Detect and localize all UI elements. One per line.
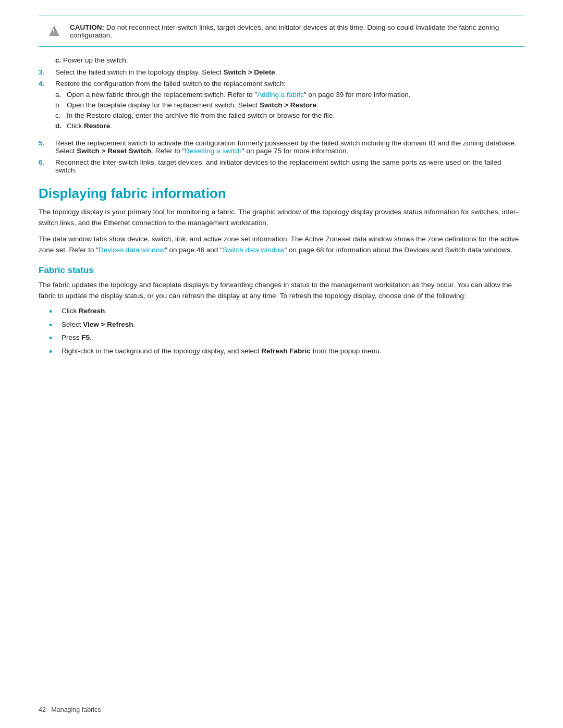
step-3-num: 3. <box>39 68 55 76</box>
para-2: The data window tabs show device, switch… <box>39 234 524 256</box>
bullet-1-text: Click Refresh. <box>62 307 107 315</box>
step-4a-label: a. <box>55 91 67 98</box>
caution-body: Do not reconnect inter-switch links, tar… <box>70 23 499 39</box>
caution-icon-area: ! <box>39 23 70 35</box>
resetting-switch-link[interactable]: Resetting a switch <box>185 147 242 155</box>
caution-triangle-icon: ! <box>49 26 59 36</box>
footer-page-num: 42 Managing fabrics <box>39 706 101 713</box>
step-5-content: Reset the replacement switch to activate… <box>55 139 524 155</box>
step-4-num: 4. <box>39 80 55 88</box>
caution-box: ! CAUTION: Do not reconnect inter-switch… <box>39 16 524 47</box>
adding-fabric-link[interactable]: Adding a fabric <box>257 91 304 98</box>
step-4a: a. Open a new fabric through the replace… <box>55 91 410 98</box>
step-4d: d. Click Restore. <box>55 122 410 130</box>
step-4-content: Restore the configuration from the faile… <box>55 80 286 88</box>
bullet-dot-4: • <box>49 347 58 357</box>
bullet-3: • Press F5. <box>49 334 524 344</box>
subsection-title-fabric-status: Fabric status <box>39 265 524 276</box>
bullet-3-text: Press F5. <box>62 334 92 341</box>
footer: 42 Managing fabrics <box>39 706 524 713</box>
para-1: The topology display is your primary too… <box>39 207 524 229</box>
step-5-num: 5. <box>39 139 55 147</box>
step-4c: c. In the Restore dialog, enter the arch… <box>55 112 410 119</box>
bullet-2: • Select View > Refresh. <box>49 320 524 331</box>
bullet-4-text: Right-click in the background of the top… <box>62 347 382 355</box>
step-6-num: 6. <box>39 158 55 166</box>
bullet-1: • Click Refresh. <box>49 307 524 317</box>
step-3: 3. Select the failed switch in the topol… <box>39 68 524 76</box>
caution-content: CAUTION: Do not reconnect inter-switch l… <box>70 23 524 39</box>
step-5: 5. Reset the replacement switch to activ… <box>39 139 524 155</box>
bullet-4: • Right-click in the background of the t… <box>49 347 524 357</box>
page: ! CAUTION: Do not reconnect inter-switch… <box>0 0 563 728</box>
step-c-label: c. <box>55 56 63 64</box>
step-c-power-block: c. Power up the switch. <box>55 56 524 64</box>
step-4d-label: d. <box>55 122 67 130</box>
fabric-status-para: The fabric updates the topology and face… <box>39 280 524 302</box>
bullet-dot-2: • <box>49 320 58 331</box>
section-title: Displaying fabric information <box>39 186 524 202</box>
devices-data-window-link[interactable]: Devices data window <box>99 246 165 254</box>
step-6: 6. Reconnect the inter-switch links, tar… <box>39 158 524 174</box>
bullet-dot-3: • <box>49 334 58 344</box>
step-4b-label: b. <box>55 101 67 109</box>
step-3-content: Select the failed switch in the topology… <box>55 68 524 76</box>
bullet-list: • Click Refresh. • Select View > Refresh… <box>49 307 524 357</box>
step-4b-content: Open the faceplate display for the repla… <box>67 101 319 109</box>
step-4: 4. Restore the configuration from the fa… <box>39 80 524 135</box>
bullet-2-text: Select View > Refresh. <box>62 320 135 328</box>
step-4b: b. Open the faceplate display for the re… <box>55 101 410 109</box>
bullet-dot-1: • <box>49 307 58 317</box>
step-4-sub-list: a. Open a new fabric through the replace… <box>55 91 410 132</box>
step-c-text: Power up the switch. <box>63 56 128 64</box>
numbered-list: 3. Select the failed switch in the topol… <box>39 68 524 174</box>
switch-data-window-link[interactable]: Switch data window <box>223 246 285 254</box>
step-4d-content: Click Restore. <box>67 122 112 130</box>
caution-label: CAUTION: <box>70 23 106 31</box>
step-4c-label: c. <box>55 112 67 119</box>
step-6-content: Reconnect the inter-switch links, target… <box>55 158 524 174</box>
step-4a-content: Open a new fabric through the replacemen… <box>67 91 410 98</box>
step-4c-content: In the Restore dialog, enter the archive… <box>67 112 335 119</box>
